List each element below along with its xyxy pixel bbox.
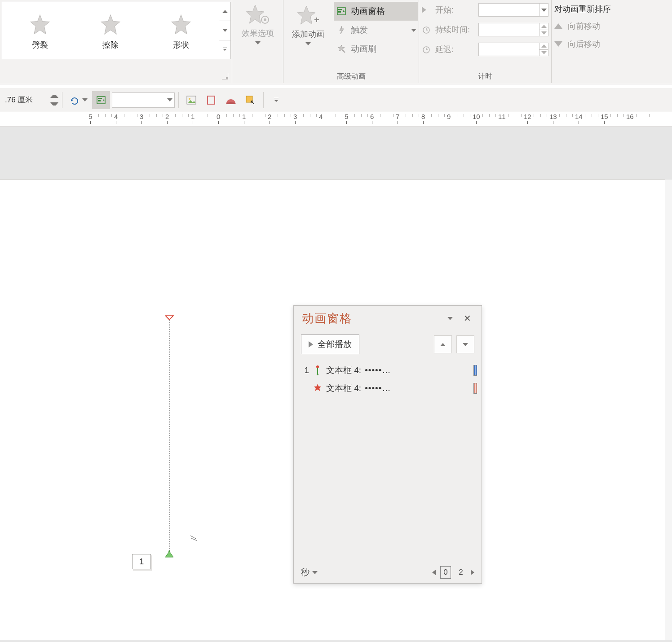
- animation-split[interactable]: 劈裂: [8, 11, 72, 50]
- animation-wipe[interactable]: 擦除: [79, 11, 142, 50]
- size-spin-down[interactable]: [50, 100, 58, 108]
- ruler-tick: 4: [114, 112, 118, 126]
- animation-pane-label: 动画窗格: [351, 5, 416, 17]
- size-spin-up[interactable]: [50, 92, 58, 100]
- up-triangle-icon: [554, 23, 564, 29]
- start-label: 开始:: [435, 4, 476, 15]
- animation-item[interactable]: 文本框 4:•••••…: [300, 379, 477, 397]
- add-animation-button[interactable]: 添加动画: [283, 1, 333, 64]
- animation-shape[interactable]: 形状: [149, 11, 213, 50]
- star-icon: [168, 13, 194, 36]
- animation-label: 劈裂: [8, 40, 72, 50]
- gallery-next-button[interactable]: [219, 21, 230, 40]
- dropdown-caret-icon: [255, 41, 261, 44]
- dropdown-button[interactable]: [539, 4, 548, 16]
- motion-path-line: [169, 319, 170, 552]
- svg-point-18: [189, 98, 190, 100]
- play-all-label: 全部播放: [318, 339, 352, 350]
- item-name: 文本框 4:: [326, 383, 361, 394]
- down-triangle-icon: [554, 41, 564, 47]
- overflow-icon: [273, 97, 279, 103]
- close-button[interactable]: ✕: [461, 312, 473, 325]
- svg-point-27: [316, 365, 319, 368]
- pane-icon: [336, 7, 347, 16]
- clock-icon: [422, 45, 433, 54]
- svg-line-25: [190, 536, 196, 539]
- animation-pane-toggle[interactable]: [92, 91, 110, 109]
- timeline-next-button[interactable]: [471, 570, 474, 575]
- frame-button[interactable]: [202, 91, 220, 109]
- ribbon: 劈裂 擦除 形状: [0, 0, 672, 84]
- svg-rect-19: [208, 96, 215, 104]
- duration-input[interactable]: [478, 23, 548, 36]
- start-icon: [422, 7, 433, 13]
- spin-up[interactable]: [539, 43, 548, 50]
- item-duration-bar: [473, 383, 477, 394]
- svg-point-20: [226, 102, 236, 104]
- item-number: 1: [300, 365, 309, 375]
- timing-group: 开始: 持续时间: 延迟: 计时: [419, 0, 552, 83]
- effect-options-group: 效果选项: [232, 0, 283, 83]
- item-type-icon: [313, 383, 323, 393]
- delay-input[interactable]: [478, 43, 548, 56]
- animation-pane-window[interactable]: 动画窗格 ✕ 全部播放 1文本框 4:•••••…文本框 4:•••••… 秒 …: [293, 305, 482, 584]
- clock-icon: [422, 25, 433, 34]
- font-combo[interactable]: [112, 92, 175, 108]
- animation-gallery-group: 劈裂 擦除 形状: [0, 0, 232, 83]
- gallery-more-button[interactable]: [219, 40, 230, 59]
- motion-path[interactable]: [169, 314, 170, 557]
- ruler-tick: 3: [140, 112, 143, 126]
- effect-options-button[interactable]: 效果选项: [232, 0, 283, 63]
- move-later-button[interactable]: 向后移动: [552, 35, 670, 53]
- item-dots: •••••…: [365, 365, 470, 375]
- ruler-tick: 1: [191, 112, 195, 126]
- trigger-icon: [336, 25, 347, 35]
- svg-rect-7: [338, 11, 341, 13]
- trigger-button[interactable]: 触发: [334, 21, 418, 40]
- picture-button[interactable]: [182, 91, 200, 109]
- gallery-prev-button[interactable]: [219, 2, 230, 21]
- add-animation-icon: [296, 4, 321, 26]
- ruler-tick: 14: [575, 112, 583, 126]
- rotate-button[interactable]: [66, 91, 90, 109]
- animation-painter-button[interactable]: 动画刷: [334, 40, 418, 58]
- select-icon: [245, 95, 256, 106]
- reorder-title: 对动画重新排序: [552, 0, 670, 17]
- ruler-tick: 13: [549, 112, 557, 126]
- select-button[interactable]: [242, 91, 260, 109]
- painter-icon: [336, 44, 347, 54]
- cursor-mark-icon: [190, 534, 198, 541]
- svg-line-26: [191, 538, 197, 541]
- ruler-tick: 16: [626, 112, 634, 126]
- size-input[interactable]: .76 厘米: [2, 92, 49, 108]
- svg-rect-16: [98, 100, 101, 101]
- spin-down[interactable]: [539, 50, 548, 56]
- dialog-launcher[interactable]: [222, 73, 228, 79]
- picture-icon: [186, 95, 197, 106]
- ruler-tick: 5: [88, 112, 92, 126]
- move-earlier-button[interactable]: 向前移动: [552, 17, 670, 35]
- svg-rect-0: [223, 48, 227, 48]
- item-type-icon: [313, 365, 323, 376]
- spin-down[interactable]: [539, 30, 548, 36]
- animation-pane-button[interactable]: 动画窗格: [334, 2, 418, 21]
- trigger-label: 触发: [351, 24, 407, 36]
- pane-options-button[interactable]: [444, 312, 456, 325]
- lamp-button[interactable]: [222, 91, 240, 109]
- svg-rect-15: [98, 98, 102, 99]
- animation-list: 1文本框 4:•••••…文本框 4:•••••…: [294, 358, 482, 401]
- move-up-button[interactable]: [434, 335, 452, 353]
- animation-item[interactable]: 1文本框 4:•••••…: [300, 361, 477, 379]
- timing-group-label: 计时: [419, 72, 551, 81]
- start-input[interactable]: [478, 3, 548, 17]
- item-dots: •••••…: [365, 383, 470, 393]
- animation-label: 擦除: [79, 40, 142, 50]
- overflow-button[interactable]: [267, 91, 285, 109]
- animation-number-tag[interactable]: 1: [132, 554, 151, 569]
- timeline-prev-button[interactable]: [432, 570, 436, 575]
- spin-up[interactable]: [539, 23, 548, 30]
- play-all-button[interactable]: 全部播放: [301, 334, 359, 354]
- move-down-button[interactable]: [456, 335, 474, 353]
- animation-label: 形状: [149, 40, 213, 50]
- move-later-label: 向后移动: [568, 39, 600, 49]
